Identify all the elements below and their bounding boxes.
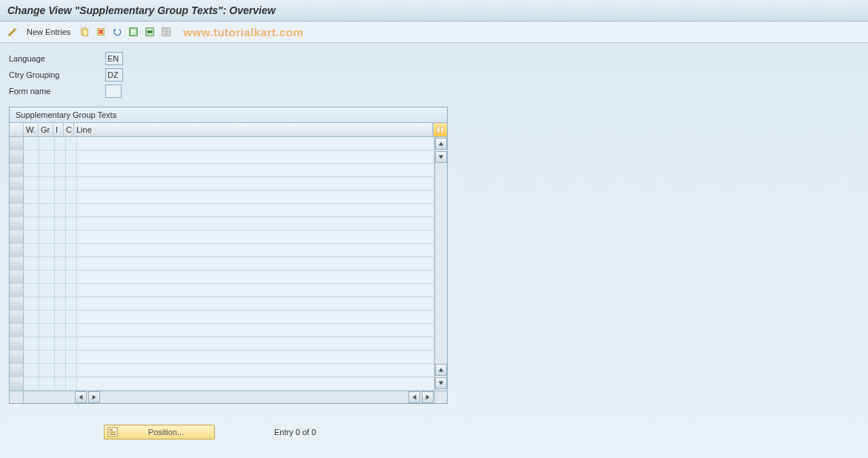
table-row[interactable] [10,284,434,297]
row-selector[interactable] [10,217,24,230]
svg-rect-6 [131,30,136,31]
table-row[interactable] [10,364,434,377]
scroll-up-icon[interactable] [435,138,447,150]
row-selector[interactable] [10,244,24,256]
table-row[interactable] [10,137,434,150]
svg-rect-12 [164,30,169,31]
delete-icon[interactable] [94,25,107,39]
form-area: Language EN Ctry Grouping DZ Form name [0,43,868,101]
row-selector[interactable] [10,137,24,150]
watermark-text: www.tutorialkart.com [183,26,303,39]
form-name-label: Form name [9,87,105,96]
row-selector[interactable] [10,204,24,216]
ctry-grouping-field[interactable]: DZ [105,68,123,82]
table-row[interactable] [10,271,434,284]
table-row[interactable] [10,311,434,324]
row-selector[interactable] [10,150,24,163]
col-header-i[interactable]: I [53,123,64,136]
col-header-gr[interactable]: Gr [39,123,53,136]
scroll-left-icon[interactable] [75,391,87,403]
row-selector[interactable] [10,230,24,243]
table-row[interactable] [10,230,434,244]
table-row[interactable] [10,217,434,230]
undo-icon[interactable] [110,25,124,39]
table-row[interactable] [10,324,434,337]
scroll-right-icon[interactable] [422,391,434,403]
row-selector[interactable] [10,164,24,176]
grid-container: Supplementary Group Texts W. Gr I C Line [9,107,448,404]
table-row[interactable] [10,204,434,217]
svg-rect-8 [131,33,136,35]
svg-rect-1 [83,30,88,36]
row-selector[interactable] [10,177,24,190]
entry-count-text: Entry 0 of 0 [274,428,316,437]
row-selector[interactable] [10,311,24,323]
scroll-down-icon[interactable] [435,151,447,163]
copy-as-icon[interactable] [78,25,91,39]
language-label: Language [9,54,105,63]
ctry-grouping-label: Ctry Grouping [9,70,105,79]
scroll-right-icon[interactable] [88,391,100,403]
grid-config-icon[interactable] [433,123,447,136]
position-icon [107,427,118,437]
table-row[interactable] [10,257,434,271]
svg-rect-18 [110,429,113,431]
table-row[interactable] [10,351,434,364]
table-row[interactable] [10,377,434,391]
position-button[interactable]: Position... [104,425,215,439]
grid-header-row: W. Gr I C Line [10,123,447,137]
svg-rect-13 [164,31,169,33]
grid-rows [10,137,434,391]
row-selector[interactable] [10,257,24,270]
col-header-line[interactable]: Line [74,123,433,136]
row-selector[interactable] [10,324,24,336]
svg-rect-14 [164,33,169,35]
row-selector[interactable] [10,377,24,390]
scroll-left-icon[interactable] [408,391,420,403]
toggle-change-icon[interactable] [6,25,19,39]
row-selector[interactable] [10,297,24,310]
footer-row: Position... Entry 0 of 0 [0,425,868,439]
page-title: Change View "Supplementary Group Texts":… [7,4,276,16]
scroll-down-icon[interactable] [435,377,447,389]
select-all-icon[interactable] [127,25,140,39]
grid-body [10,137,447,391]
table-row[interactable] [10,177,434,190]
grid-vertical-scrollbar[interactable] [434,137,447,391]
row-selector[interactable] [10,190,24,203]
table-row[interactable] [10,244,434,257]
grid-horizontal-scrollbar[interactable] [10,391,447,403]
svg-rect-16 [441,127,443,133]
col-header-c[interactable]: C [64,123,74,136]
row-selector[interactable] [10,337,24,350]
table-row[interactable] [10,190,434,204]
scroll-up-icon[interactable] [435,364,447,376]
row-selector[interactable] [10,351,24,363]
svg-rect-15 [437,127,440,133]
new-entries-button[interactable]: New Entries [22,27,75,36]
deselect-all-icon[interactable] [159,25,173,39]
table-row[interactable] [10,337,434,351]
form-name-field[interactable] [105,84,122,98]
svg-rect-7 [131,31,136,33]
page-title-bar: Change View "Supplementary Group Texts":… [0,0,868,21]
row-selector[interactable] [10,364,24,376]
grid-title: Supplementary Group Texts [10,107,447,123]
select-block-icon[interactable] [143,25,156,39]
col-header-w[interactable]: W. [24,123,39,136]
toolbar: New Entries www.tutorialkart.com [0,21,868,43]
svg-rect-20 [110,434,116,435]
table-row[interactable] [10,164,434,177]
position-label: Position... [121,428,211,437]
grid-header-selector[interactable] [10,123,24,136]
row-selector[interactable] [10,271,24,283]
table-row[interactable] [10,297,434,311]
svg-rect-19 [110,431,116,433]
language-field[interactable]: EN [105,52,123,65]
table-row[interactable] [10,150,434,164]
svg-rect-10 [148,30,153,33]
row-selector[interactable] [10,284,24,296]
